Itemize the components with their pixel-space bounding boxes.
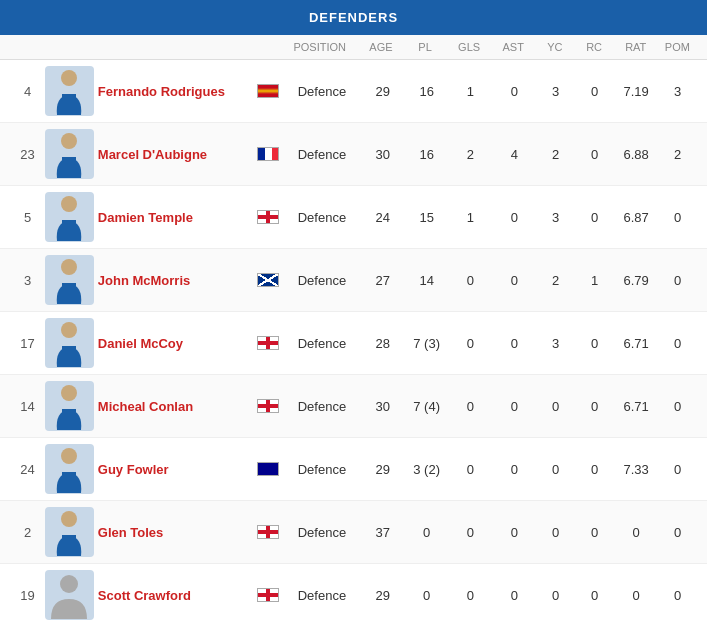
flag-icon xyxy=(257,273,279,287)
player-number: 17 xyxy=(10,336,45,351)
player-pl: 3 (2) xyxy=(405,462,449,477)
player-number: 24 xyxy=(10,462,45,477)
player-name[interactable]: Daniel McCoy xyxy=(98,336,254,351)
player-name[interactable]: John McMorris xyxy=(98,273,254,288)
player-age: 27 xyxy=(361,273,405,288)
player-yc: 3 xyxy=(536,336,575,351)
player-position: Defence xyxy=(283,210,361,225)
player-avatar xyxy=(45,381,94,431)
player-pl: 0 xyxy=(405,588,449,603)
col-header-pom: POM xyxy=(658,41,697,53)
flag-icon xyxy=(257,84,279,98)
player-ast: 0 xyxy=(492,588,536,603)
player-gls: 0 xyxy=(449,273,493,288)
section-title: DEFENDERS xyxy=(309,10,398,25)
player-name[interactable]: Damien Temple xyxy=(98,210,254,225)
player-rc: 0 xyxy=(575,462,614,477)
player-rc: 0 xyxy=(575,210,614,225)
svg-point-4 xyxy=(61,196,77,212)
table-row[interactable]: 19 Scott Crawford Defence 29 0 0 0 0 0 0… xyxy=(0,564,707,623)
player-pom: 0 xyxy=(658,399,697,414)
player-gls: 0 xyxy=(449,462,493,477)
player-name[interactable]: Marcel D'Aubigne xyxy=(98,147,254,162)
table-row[interactable]: 4 Fernando Rodrigues Defence 29 16 1 0 3… xyxy=(0,60,707,123)
player-position: Defence xyxy=(283,399,361,414)
player-name[interactable]: Micheal Conlan xyxy=(98,399,254,414)
table-row[interactable]: 5 Damien Temple Defence 24 15 1 0 3 0 6.… xyxy=(0,186,707,249)
player-yc: 0 xyxy=(536,462,575,477)
page-wrapper: DEFENDERS POSITION AGE PL GLS AST YC RC … xyxy=(0,0,707,623)
player-rat: 6.87 xyxy=(614,210,658,225)
player-rc: 0 xyxy=(575,147,614,162)
table-row[interactable]: 23 Marcel D'Aubigne Defence 30 16 2 4 2 … xyxy=(0,123,707,186)
player-rat: 6.71 xyxy=(614,399,658,414)
svg-point-8 xyxy=(61,322,77,338)
svg-point-12 xyxy=(61,448,77,464)
svg-rect-3 xyxy=(62,157,76,161)
table-row[interactable]: 14 Micheal Conlan Defence 30 7 (4) 0 0 0… xyxy=(0,375,707,438)
col-header-position: POSITION xyxy=(280,41,358,53)
player-rc: 0 xyxy=(575,588,614,603)
svg-rect-15 xyxy=(62,535,76,539)
svg-point-10 xyxy=(61,385,77,401)
col-header-gls: GLS xyxy=(447,41,491,53)
player-rat: 0 xyxy=(614,588,658,603)
player-ast: 0 xyxy=(492,399,536,414)
player-gls: 0 xyxy=(449,336,493,351)
player-yc: 2 xyxy=(536,147,575,162)
svg-point-0 xyxy=(61,70,77,86)
player-avatar xyxy=(45,507,94,557)
player-pl: 15 xyxy=(405,210,449,225)
player-yc: 2 xyxy=(536,273,575,288)
player-ast: 0 xyxy=(492,525,536,540)
player-pom: 0 xyxy=(658,525,697,540)
player-gls: 0 xyxy=(449,399,493,414)
player-pl: 0 xyxy=(405,525,449,540)
player-name[interactable]: Fernando Rodrigues xyxy=(98,84,254,99)
player-rat: 0 xyxy=(614,525,658,540)
player-position: Defence xyxy=(283,588,361,603)
player-number: 14 xyxy=(10,399,45,414)
player-ast: 0 xyxy=(492,84,536,99)
player-ast: 4 xyxy=(492,147,536,162)
player-name[interactable]: Guy Fowler xyxy=(98,462,254,477)
section-header: DEFENDERS xyxy=(0,0,707,35)
player-flag-cell xyxy=(254,273,283,287)
svg-rect-7 xyxy=(62,283,76,287)
table-row[interactable]: 3 John McMorris Defence 27 14 0 0 2 1 6.… xyxy=(0,249,707,312)
player-pl: 16 xyxy=(405,84,449,99)
player-rat: 7.19 xyxy=(614,84,658,99)
col-header-yc: YC xyxy=(535,41,574,53)
player-number: 19 xyxy=(10,588,45,603)
player-rat: 6.71 xyxy=(614,336,658,351)
col-header-rat: RAT xyxy=(614,41,658,53)
table-row[interactable]: 17 Daniel McCoy Defence 28 7 (3) 0 0 3 0… xyxy=(0,312,707,375)
player-position: Defence xyxy=(283,525,361,540)
table-row[interactable]: 2 Glen Toles Defence 37 0 0 0 0 0 0 0 xyxy=(0,501,707,564)
player-yc: 3 xyxy=(536,84,575,99)
player-age: 24 xyxy=(361,210,405,225)
player-position: Defence xyxy=(283,273,361,288)
flag-icon xyxy=(257,462,279,476)
player-rc: 0 xyxy=(575,336,614,351)
player-age: 29 xyxy=(361,462,405,477)
player-number: 2 xyxy=(10,525,45,540)
player-avatar xyxy=(45,255,94,305)
player-name[interactable]: Scott Crawford xyxy=(98,588,254,603)
player-rat: 7.33 xyxy=(614,462,658,477)
table-row[interactable]: 24 Guy Fowler Defence 29 3 (2) 0 0 0 0 7… xyxy=(0,438,707,501)
svg-rect-11 xyxy=(62,409,76,413)
player-flag-cell xyxy=(254,525,283,539)
player-pl: 7 (3) xyxy=(405,336,449,351)
svg-rect-5 xyxy=(62,220,76,224)
player-number: 4 xyxy=(10,84,45,99)
flag-icon xyxy=(257,525,279,539)
column-headers: POSITION AGE PL GLS AST YC RC RAT POM xyxy=(0,35,707,60)
player-name[interactable]: Glen Toles xyxy=(98,525,254,540)
player-yc: 3 xyxy=(536,210,575,225)
col-header-pl: PL xyxy=(403,41,447,53)
flag-icon xyxy=(257,399,279,413)
player-ast: 0 xyxy=(492,336,536,351)
svg-rect-9 xyxy=(62,346,76,350)
player-rc: 1 xyxy=(575,273,614,288)
